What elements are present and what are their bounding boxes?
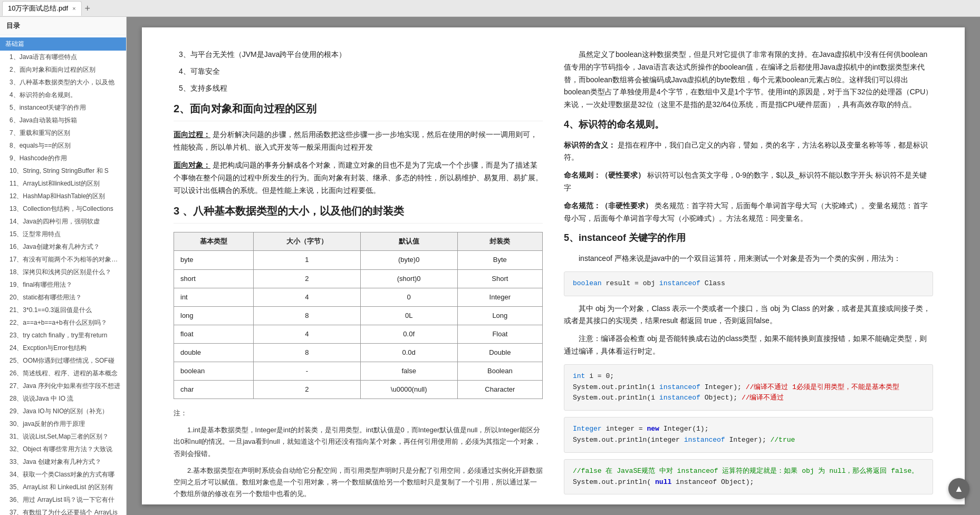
sidebar-item-17[interactable]: 17、有没有可能两个不为相等的对象有相同 — [0, 253, 126, 266]
scroll-top-icon: ▲ — [954, 483, 964, 494]
sidebar-item-33[interactable]: 33、Java 创建对象有几种方式？ — [0, 455, 126, 468]
table-row: short2(short)0Short — [174, 269, 543, 288]
table-cell: double — [174, 343, 254, 362]
code2-line3: System.out.println(i instanceof Object);… — [573, 393, 924, 404]
sidebar-item-23[interactable]: 23、try catch finally，try里有return — [0, 329, 126, 342]
rule-soft-label: 命名规范：（非硬性要求） — [564, 201, 652, 210]
table-cell: (short)0 — [360, 269, 457, 288]
item-4-text: 4、可靠安全 — [179, 67, 220, 75]
tab-filename: 10万字面试总结.pdf — [8, 4, 68, 13]
code2-line1: int i = 0; — [573, 371, 924, 382]
sidebar-item-4[interactable]: 4、标识符的命名规则。 — [0, 89, 126, 101]
code-block-1: boolean result = obj instanceof Class — [564, 271, 933, 296]
note-prefix: 注： — [174, 409, 187, 417]
code3-line2: System.out.println(integer instanceof In… — [573, 435, 924, 446]
table-header-type: 基本类型 — [174, 232, 254, 251]
table-cell: int — [174, 288, 254, 306]
sidebar-item-36[interactable]: 36、用过 ArrayList 吗？说一下它有什 — [0, 493, 126, 506]
data-types-table: 基本类型 大小（字节） 默认值 封装类 byte1(byte)0Byteshor… — [174, 232, 543, 399]
table-row: int40Integer — [174, 288, 543, 306]
scroll-to-top-button[interactable]: ▲ — [948, 478, 969, 499]
sidebar-content[interactable]: 基础篇 1、Java语言有哪些特点2、面向对象和面向过程的区别3、八种基本数据类… — [0, 35, 126, 515]
sidebar-item-12[interactable]: 12、HashMap和HashTable的区别 — [0, 190, 126, 202]
new-tab-button[interactable]: + — [85, 4, 91, 13]
table-cell: byte — [174, 251, 254, 269]
sidebar-item-29[interactable]: 29、Java IO与 NIO的区别（补充） — [0, 405, 126, 417]
sidebar-items-container: 1、Java语言有哪些特点2、面向对象和面向过程的区别3、八种基本数据类型的大小… — [0, 51, 126, 515]
section5-title: 5、instanceof 关键字的作用 — [564, 230, 933, 246]
sidebar-item-19[interactable]: 19、final有哪些用法？ — [0, 278, 126, 291]
sidebar-item-15[interactable]: 15、泛型常用特点 — [0, 228, 126, 240]
note-2: 2.基本数据类型在声明时系统会自动给它分配空间，而引用类型声明时只是分配了引用空… — [174, 465, 543, 500]
main-area: 目录 基础篇 1、Java语言有哪些特点2、面向对象和面向过程的区别3、八种基本… — [0, 17, 980, 515]
sidebar-item-31[interactable]: 31、说说List,Set,Map三者的区别？ — [0, 430, 126, 443]
code-block-2: int i = 0; System.out.println(i instance… — [564, 364, 933, 411]
table-cell: float — [174, 325, 254, 343]
note-1: 1.int是基本数据类型，Integer是int的封装类，是引用类型。int默认… — [174, 424, 543, 459]
table-cell: 1 — [254, 251, 360, 269]
sidebar-item-6[interactable]: 6、Java自动装箱与拆箱 — [0, 114, 126, 127]
sidebar-item-1[interactable]: 1、Java语言有哪些特点 — [0, 51, 126, 63]
boolean-intro: 虽然定义了boolean这种数据类型，但是只对它提供了非常有限的支持。在Java… — [564, 48, 933, 111]
sidebar-item-25[interactable]: 25、OOM你遇到过哪些情况，SOF碰 — [0, 354, 126, 367]
table-cell: short — [174, 269, 254, 288]
sidebar-item-32[interactable]: 32、Object 有哪些常用方法？大致说 — [0, 443, 126, 455]
table-cell: Boolean — [457, 362, 542, 381]
code3-line1: Integer integer = new Integer(1); — [573, 424, 924, 435]
sidebar-item-7[interactable]: 7、重载和重写的区别 — [0, 127, 126, 139]
table-body: byte1(byte)0Byteshort2(short)0Shortint40… — [174, 251, 543, 399]
code-block-3: Integer integer = new Integer(1); System… — [564, 417, 933, 453]
sidebar-section-title[interactable]: 基础篇 — [0, 37, 126, 51]
table-cell: \u0000(null) — [360, 381, 457, 399]
sidebar-item-24[interactable]: 24、Excption与Error包结构 — [0, 342, 126, 354]
table-cell: 0.0d — [360, 343, 457, 362]
code-block-4: //false 在 JavaSE规范 中对 instanceof 运算符的规定就… — [564, 459, 933, 495]
tab-item-pdf[interactable]: 10万字面试总结.pdf × — [2, 1, 82, 16]
process-paragraph: 面向过程： 是分析解决问题的步骤，然后用函数把这些步骤一步一步地实现，然后在使用… — [174, 129, 543, 154]
sidebar-item-2[interactable]: 2、面向对象和面向过程的区别 — [0, 63, 126, 76]
table-cell: 8 — [254, 343, 360, 362]
sidebar-item-37[interactable]: 37、有数组了为什么还要搞个 ArrayLis — [0, 506, 126, 515]
code1-instanceof: instanceof — [659, 279, 700, 287]
sidebar-item-35[interactable]: 35、ArrayList 和 LinkedList 的区别有 — [0, 481, 126, 493]
table-row: byte1(byte)0Byte — [174, 251, 543, 269]
sidebar-item-20[interactable]: 20、static都有哪些用法？ — [0, 291, 126, 304]
rule-soft-paragraph: 命名规范：（非硬性要求） 类名规范：首字符大写，后面每个单词首字母大写（大驼峰式… — [564, 200, 933, 225]
sidebar-item-13[interactable]: 13、Collection包结构，与Collections — [0, 202, 126, 215]
sidebar-item-22[interactable]: 22、a==a+b==a+b有什么区别吗？ — [0, 316, 126, 329]
section3-title: 3 、八种基本数据类型的大小，以及他们的封装类 — [174, 202, 543, 224]
sidebar-header: 目录 — [0, 17, 126, 35]
sidebar-item-9[interactable]: 9、Hashcode的作用 — [0, 152, 126, 164]
sidebar-section-basics: 基础篇 1、Java语言有哪些特点2、面向对象和面向过程的区别3、八种基本数据类… — [0, 35, 126, 515]
sidebar-item-8[interactable]: 8、equals与==的区别 — [0, 139, 126, 152]
tab-close-button[interactable]: × — [72, 5, 75, 12]
sidebar-item-34[interactable]: 34、获取一个类Class对象的方式有哪 — [0, 468, 126, 481]
sidebar-item-16[interactable]: 16、Java创建对象有几种方式？ — [0, 240, 126, 253]
rule-hard-paragraph: 命名规则：（硬性要求） 标识符可以包含英文字母，0-9的数字，$以及_标识符不能… — [564, 169, 933, 195]
table-cell: 4 — [254, 325, 360, 343]
sidebar-item-11[interactable]: 11、ArrayList和linkedList的区别 — [0, 177, 126, 190]
table-row: long80LLong — [174, 306, 543, 325]
sidebar-item-27[interactable]: 27、Java 序列化中如果有些字段不想进 — [0, 380, 126, 392]
sidebar-item-28[interactable]: 28、说说Java 中 IO 流 — [0, 392, 126, 405]
table-row: float40.0fFloat — [174, 325, 543, 343]
code1-rest: result = obj — [606, 279, 659, 287]
sidebar-item-14[interactable]: 14、Java的四种引用，强弱软虚 — [0, 215, 126, 228]
sidebar-item-26[interactable]: 26、简述线程、程序、进程的基本概念 — [0, 367, 126, 380]
sidebar: 目录 基础篇 1、Java语言有哪些特点2、面向对象和面向过程的区别3、八种基本… — [0, 17, 127, 515]
sidebar-item-5[interactable]: 5、instanceof关键字的作用 — [0, 101, 126, 114]
meaning-label: 标识符的含义： — [564, 141, 616, 149]
table-cell: - — [254, 362, 360, 381]
sidebar-item-21[interactable]: 21、3*0.1==0.3返回值是什么 — [0, 304, 126, 316]
sidebar-item-30[interactable]: 30、java反射的作用于原理 — [0, 417, 126, 430]
sidebar-item-3[interactable]: 3、八种基本数据类型的大小，以及他 — [0, 76, 126, 89]
note-1-text: 1.int是基本数据类型，Integer是int的封装类，是引用类型。int默认… — [174, 426, 541, 457]
item-5: 5、支持多线程 — [174, 82, 543, 95]
sidebar-section-label: 基础篇 — [5, 40, 24, 48]
sidebar-item-10[interactable]: 10、String, String StringBuffer 和 S — [0, 164, 126, 177]
table-header-size: 大小（字节） — [254, 232, 360, 251]
pdf-area[interactable]: 3、与平台无关性（JVM是Java跨平台使用的根本） 4、可靠安全 5、支持多线… — [127, 17, 980, 515]
sidebar-item-18[interactable]: 18、深拷贝和浅拷贝的区别是什么？ — [0, 266, 126, 278]
table-cell: 0.0f — [360, 325, 457, 343]
table-cell: boolean — [174, 362, 254, 381]
